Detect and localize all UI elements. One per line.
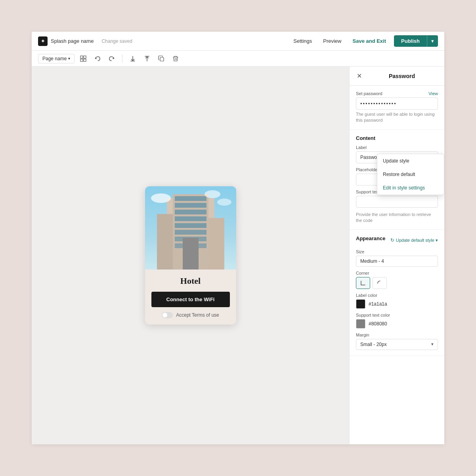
svg-rect-2	[80, 59, 83, 61]
corner-rounded-button[interactable]	[373, 277, 387, 289]
corner-square-button[interactable]	[356, 277, 370, 289]
duplicate-button[interactable]	[156, 54, 167, 63]
move-down-button[interactable]	[127, 54, 138, 63]
support-text-color-label: Support text color	[356, 313, 438, 317]
svg-rect-15	[175, 203, 206, 208]
svg-rect-8	[160, 57, 164, 61]
margin-value-label: Small - 20px	[360, 342, 387, 347]
publish-dropdown-button[interactable]: ▾	[427, 35, 438, 47]
svg-rect-16	[175, 210, 206, 214]
redo-icon	[109, 55, 115, 62]
chevron-down-icon: ▾	[431, 342, 434, 347]
publish-btn-group: Publish ▾	[394, 35, 438, 47]
panel-header: ✕ Password	[350, 67, 444, 86]
phone-preview: Hotel Connect to the WiFi Accept Terms o…	[145, 186, 236, 325]
undo-button[interactable]	[92, 54, 103, 63]
label-color-label: Label color	[356, 293, 438, 298]
app-logo-icon: ✦	[38, 36, 48, 46]
password-hint: The guest user will be able to login usi…	[356, 111, 438, 124]
appearance-section: Appearance ↻ Update default style ▾ Size…	[350, 230, 444, 356]
connect-wifi-button[interactable]: Connect to the WiFi	[151, 292, 230, 307]
grid-icon	[80, 55, 86, 62]
svg-rect-24	[183, 238, 199, 270]
set-password-label-row: Set password View	[356, 91, 438, 96]
toggle-knob	[162, 313, 167, 317]
settings-button[interactable]: Settings	[290, 36, 315, 46]
page-name-dropdown[interactable]: Page name ▾	[38, 54, 75, 63]
label-color-row: #1a1a1a	[356, 299, 438, 309]
corner-square-icon	[360, 280, 366, 286]
margin-label: Margin	[356, 333, 438, 337]
svg-rect-1	[84, 56, 86, 58]
top-toolbar: ✦ Splash page name Change saved Settings…	[32, 32, 444, 51]
svg-point-27	[217, 199, 231, 206]
set-password-label: Set password	[356, 91, 382, 96]
app-page-name: Splash page name	[51, 38, 94, 44]
svg-rect-17	[175, 216, 206, 221]
update-style-button[interactable]: ↻ Update default style ▾	[390, 237, 438, 243]
chevron-down-icon: ▾	[68, 56, 70, 61]
support-text-color-swatch[interactable]	[356, 319, 365, 329]
terms-row: Accept Terms of use	[151, 312, 230, 318]
save-exit-button[interactable]: Save and Exit	[350, 36, 390, 46]
set-password-section: Set password View The guest user will be…	[350, 86, 444, 130]
main-content: Hotel Connect to the WiFi Accept Terms o…	[32, 67, 444, 444]
dropdown-item-update-style[interactable]: Update style	[377, 154, 444, 168]
corner-options	[356, 277, 438, 289]
margin-dropdown[interactable]: Small - 20px ▾	[356, 339, 438, 350]
dropdown-item-restore-default[interactable]: Restore default	[377, 168, 444, 181]
secondary-toolbar: Page name ▾	[32, 51, 444, 67]
terms-toggle[interactable]	[162, 312, 173, 318]
grid-view-button[interactable]	[78, 54, 89, 63]
chevron-down-icon: ▾	[431, 38, 434, 44]
delete-button[interactable]	[170, 54, 181, 63]
svg-point-26	[205, 190, 220, 198]
svg-rect-19	[175, 230, 206, 235]
panel-close-button[interactable]: ✕	[356, 71, 363, 80]
phone-hero-image	[145, 186, 236, 270]
corner-rounded-icon	[377, 280, 382, 286]
dropdown-menu: Update style Restore default Edit in sty…	[377, 154, 444, 195]
canvas-area: Hotel Connect to the WiFi Accept Terms o…	[32, 67, 349, 444]
move-down-icon	[130, 55, 136, 62]
dropdown-item-edit-style-settings[interactable]: Edit in style settings	[377, 181, 444, 195]
panel-title: Password	[366, 73, 438, 79]
refresh-icon: ↻	[390, 237, 394, 243]
move-up-button[interactable]	[141, 54, 153, 63]
publish-button[interactable]: Publish	[394, 35, 427, 47]
move-up-icon	[144, 55, 150, 62]
appearance-section-title: Appearance	[356, 235, 385, 241]
terms-label: Accept Terms of use	[176, 312, 219, 318]
svg-rect-14	[175, 196, 206, 201]
svg-rect-3	[84, 59, 86, 61]
svg-rect-18	[175, 223, 206, 228]
content-section-title: Content	[356, 135, 438, 141]
duplicate-icon	[158, 55, 164, 62]
label-color-value: #1a1a1a	[369, 301, 387, 307]
delete-icon	[172, 55, 179, 62]
toolbar-divider	[122, 55, 122, 63]
password-input[interactable]	[356, 97, 438, 110]
hotel-title: Hotel	[151, 276, 230, 286]
preview-button[interactable]: Preview	[320, 36, 344, 46]
undo-icon	[94, 55, 101, 62]
redo-button[interactable]	[106, 54, 117, 63]
svg-rect-22	[157, 214, 173, 270]
svg-rect-0	[80, 56, 83, 58]
support-text-color-row: #808080	[356, 319, 438, 329]
svg-rect-23	[208, 218, 224, 270]
label-color-swatch[interactable]	[356, 299, 365, 309]
size-select[interactable]: Medium - 4	[356, 256, 438, 267]
right-panel: ✕ Password Set password View The guest u…	[349, 67, 444, 444]
support-text-input[interactable]	[356, 196, 438, 208]
update-style-label: Update default style ▾	[396, 238, 438, 243]
view-password-button[interactable]: View	[428, 91, 438, 96]
label-field-label: Label	[356, 145, 438, 150]
change-saved-status: Change saved	[101, 38, 132, 44]
logo-area: ✦ Splash page name Change saved	[38, 36, 132, 46]
corner-label: Corner	[356, 271, 438, 275]
toolbar-right: Settings Preview Save and Exit Publish ▾	[290, 35, 438, 47]
support-text-color-value: #808080	[369, 321, 387, 327]
svg-point-25	[151, 193, 171, 203]
page-name-dropdown-label: Page name	[42, 56, 67, 61]
